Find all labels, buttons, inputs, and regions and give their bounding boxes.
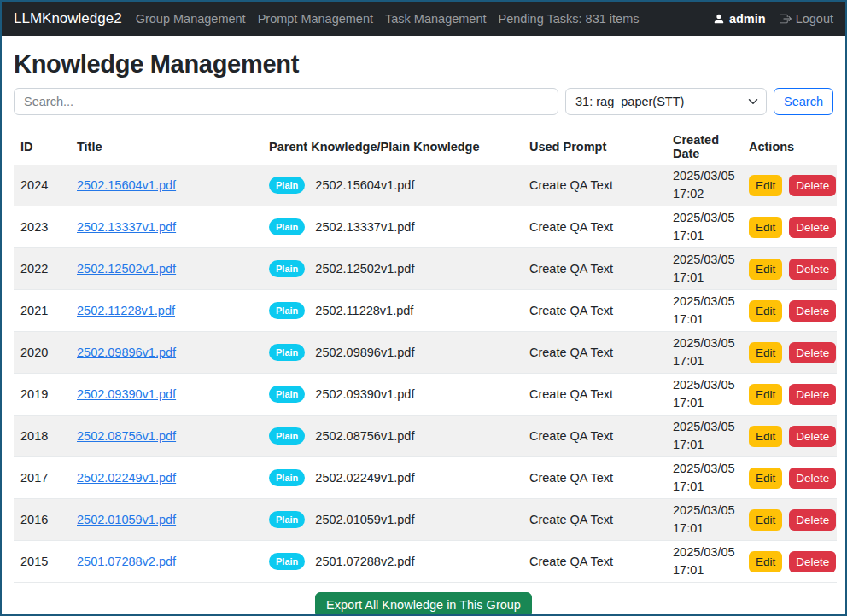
knowledge-table-body: 2024 2502.15604v1.pdf Plain 2502.15604v1… (14, 165, 837, 583)
created-date-time: 17:01 (673, 352, 735, 370)
delete-button[interactable]: Delete (789, 259, 836, 280)
knowledge-title-link[interactable]: 2502.13337v1.pdf (77, 220, 176, 234)
delete-button[interactable]: Delete (789, 468, 836, 489)
used-prompt-cell: Create QA Text (523, 248, 666, 290)
table-row: 2021 2502.11228v1.pdf Plain 2502.11228v1… (14, 290, 837, 332)
nav-pending-tasks[interactable]: Pending Tasks: 831 items (494, 12, 645, 26)
edit-button[interactable]: Edit (749, 468, 782, 489)
knowledge-title-link[interactable]: 2502.15604v1.pdf (77, 178, 176, 192)
header-used-prompt: Used Prompt (523, 129, 666, 165)
created-date-day: 2025/03/05 (673, 334, 735, 352)
used-prompt-cell: Create QA Text (523, 499, 666, 541)
delete-button[interactable]: Delete (789, 426, 836, 447)
current-user: admin (713, 12, 766, 26)
created-date-day: 2025/03/05 (673, 502, 735, 520)
knowledge-title-link[interactable]: 2502.02249v1.pdf (77, 471, 176, 485)
actions-cell: Edit Delete (742, 541, 837, 583)
table-row: 2017 2502.02249v1.pdf Plain 2502.02249v1… (14, 457, 837, 499)
nav-prompt-management[interactable]: Prompt Management (253, 12, 378, 26)
knowledge-title-link[interactable]: 2502.11228v1.pdf (77, 304, 175, 317)
edit-button[interactable]: Edit (749, 384, 782, 405)
knowledge-title-link[interactable]: 2502.09896v1.pdf (77, 346, 176, 359)
created-date-day: 2025/03/05 (673, 460, 735, 478)
parent-knowledge-name: 2502.01059v1.pdf (315, 513, 414, 526)
used-prompt-cell: Create QA Text (523, 374, 666, 416)
table-row: 2023 2502.13337v1.pdf Plain 2502.13337v1… (14, 206, 837, 248)
row-id: 2017 (14, 457, 70, 499)
row-id: 2018 (14, 416, 70, 457)
delete-button[interactable]: Delete (789, 217, 836, 238)
created-date-day: 2025/03/05 (673, 167, 735, 185)
edit-button[interactable]: Edit (749, 342, 782, 363)
table-row: 2015 2501.07288v2.pdf Plain 2501.07288v2… (14, 541, 837, 583)
edit-button[interactable]: Edit (749, 509, 782, 531)
edit-button[interactable]: Edit (749, 300, 782, 322)
knowledge-title-link[interactable]: 2502.12502v1.pdf (77, 262, 176, 276)
edit-button[interactable]: Edit (749, 551, 782, 572)
edit-button[interactable]: Edit (749, 426, 782, 447)
used-prompt-cell: Create QA Text (523, 290, 666, 332)
plain-badge: Plain (269, 177, 305, 194)
edit-button[interactable]: Edit (749, 217, 782, 238)
row-id: 2015 (14, 541, 70, 583)
nav-task-management[interactable]: Task Management (380, 12, 491, 26)
username-label: admin (729, 12, 766, 26)
used-prompt-cell: Create QA Text (523, 165, 666, 206)
app-window: LLMKnowledge2 Group Management Prompt Ma… (0, 0, 847, 616)
delete-button[interactable]: Delete (789, 509, 836, 531)
edit-button[interactable]: Edit (749, 175, 782, 196)
table-row: 2016 2502.01059v1.pdf Plain 2502.01059v1… (14, 499, 837, 541)
created-date-cell: 2025/03/05 17:01 (666, 541, 742, 583)
delete-button[interactable]: Delete (789, 342, 836, 363)
header-id: ID (14, 129, 70, 165)
actions-cell: Edit Delete (742, 374, 837, 416)
group-select[interactable]: 31: rag_paper(STT) (565, 88, 767, 115)
plain-badge: Plain (269, 427, 305, 445)
used-prompt-cell: Create QA Text (523, 541, 666, 583)
nav-group-management[interactable]: Group Management (131, 12, 251, 26)
logout-label: Logout (796, 12, 833, 26)
group-select-wrap: 31: rag_paper(STT) (565, 88, 767, 115)
delete-button[interactable]: Delete (789, 175, 836, 196)
knowledge-title-link[interactable]: 2502.01059v1.pdf (77, 513, 176, 526)
main-content: Knowledge Management 31: rag_paper(STT) … (2, 50, 845, 616)
header-parent-knowledge: Parent Knowledge/Plain Knowledge (262, 129, 523, 165)
actions-cell: Edit Delete (742, 165, 837, 206)
parent-knowledge-name: 2502.02249v1.pdf (315, 471, 414, 485)
delete-button[interactable]: Delete (789, 384, 836, 405)
knowledge-title-link[interactable]: 2502.09390v1.pdf (77, 387, 176, 401)
row-id: 2016 (14, 499, 70, 541)
created-date-cell: 2025/03/05 17:01 (666, 332, 742, 374)
parent-knowledge-name: 2501.07288v2.pdf (315, 555, 414, 568)
created-date-cell: 2025/03/05 17:01 (666, 416, 742, 457)
created-date-cell: 2025/03/05 17:01 (666, 248, 742, 290)
actions-cell: Edit Delete (742, 457, 837, 499)
logout-button[interactable]: Logout (780, 12, 833, 26)
table-row: 2020 2502.09896v1.pdf Plain 2502.09896v1… (14, 332, 837, 374)
knowledge-title-link[interactable]: 2501.07288v2.pdf (77, 555, 176, 568)
used-prompt-cell: Create QA Text (523, 332, 666, 374)
delete-button[interactable]: Delete (789, 300, 836, 322)
export-all-button[interactable]: Export All Knowledge in This Group (315, 592, 532, 616)
search-button[interactable]: Search (774, 88, 833, 115)
edit-button[interactable]: Edit (749, 259, 782, 280)
brand-logo[interactable]: LLMKnowledge2 (14, 10, 122, 27)
search-input[interactable] (14, 88, 558, 115)
created-date-day: 2025/03/05 (673, 251, 735, 269)
used-prompt-cell: Create QA Text (523, 457, 666, 499)
plain-badge: Plain (269, 386, 305, 403)
table-row: 2022 2502.12502v1.pdf Plain 2502.12502v1… (14, 248, 837, 290)
plain-badge: Plain (269, 511, 305, 528)
row-id: 2021 (14, 290, 70, 332)
delete-button[interactable]: Delete (789, 551, 836, 572)
table-row: 2018 2502.08756v1.pdf Plain 2502.08756v1… (14, 416, 837, 457)
search-toolbar: 31: rag_paper(STT) Search (14, 88, 833, 115)
actions-cell: Edit Delete (742, 290, 837, 332)
parent-knowledge-name: 2502.13337v1.pdf (315, 220, 414, 234)
table-header-row: ID Title Parent Knowledge/Plain Knowledg… (14, 129, 837, 165)
used-prompt-cell: Create QA Text (523, 416, 666, 457)
parent-knowledge-name: 2502.09896v1.pdf (315, 346, 414, 359)
created-date-time: 17:01 (673, 436, 735, 454)
created-date-cell: 2025/03/05 17:01 (666, 206, 742, 248)
knowledge-title-link[interactable]: 2502.08756v1.pdf (77, 429, 176, 443)
